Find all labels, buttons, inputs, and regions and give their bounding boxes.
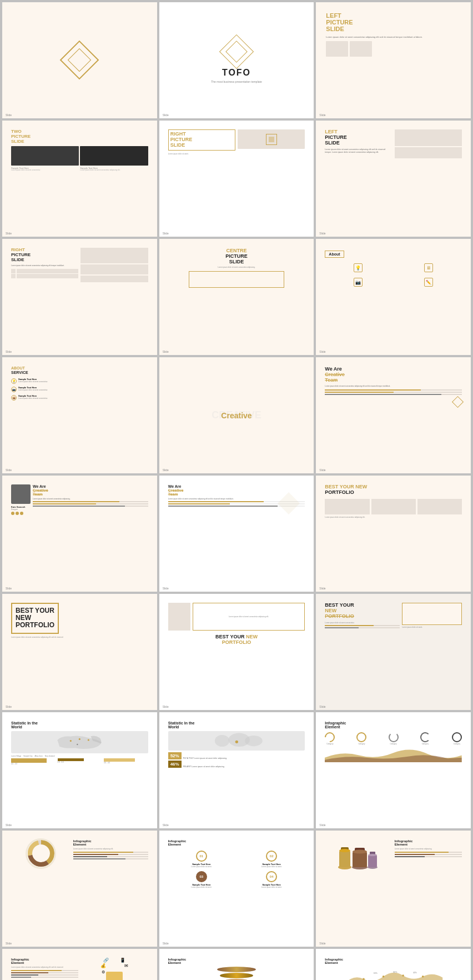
slide-18-best: BEST YOUR xyxy=(325,602,354,608)
svg-point-6 xyxy=(245,736,263,746)
slide-4-label: Slide xyxy=(6,232,12,235)
slide-7-body: Lorem ipsum dolor sit amet consectetur a… xyxy=(11,264,78,267)
svg-rect-18 xyxy=(353,852,367,867)
slide-9-title: About xyxy=(325,251,344,258)
svg-text:60%: 60% xyxy=(374,972,378,974)
svg-point-12 xyxy=(27,839,56,868)
slide-20-title: Statistic In theWorld xyxy=(168,721,305,729)
slide-10: ABOUTSERVICE 💡 Sample Text HereLorem ips… xyxy=(2,357,157,473)
slide-4-body2: Lorem ipsum dolor sit amet consectetur a… xyxy=(80,169,148,172)
slide-24-title: InfographicElement xyxy=(395,839,462,846)
slide-16: BEST YOURNEWPORTFOLIO Lorem ipsum dolor … xyxy=(2,594,157,710)
slide-12-creative: Creative xyxy=(325,372,462,377)
slide-27-title: InfographicElement xyxy=(325,958,462,964)
slide-13-creative: Creative xyxy=(33,488,148,492)
svg-point-27 xyxy=(402,974,405,977)
slide-22: InfographicElement Lorem ipsum dolor sit… xyxy=(2,831,157,947)
slide-13-we-are: We Are xyxy=(33,484,148,488)
slide-4-body1: Lorem ipsum dolor sit amet consectetur. xyxy=(11,169,79,172)
svg-point-25 xyxy=(363,978,365,980)
slide-12-team: Team xyxy=(325,377,462,383)
slide-7: RIGHT PICTURESLIDE Lorem ipsum dolor sit… xyxy=(2,239,157,355)
slide-21: InfographicElement Category Category Cat… xyxy=(316,712,471,828)
slide-11: CREATIVE Creative Slide xyxy=(159,357,314,473)
slides-grid: Slide TOFO The most business presentatio… xyxy=(0,0,473,980)
slide-5-title: RIGHTPICTURESLIDE xyxy=(168,129,235,151)
slide-19-title: Statistic In theWorld xyxy=(11,721,148,729)
slide-13-team: Team xyxy=(33,492,148,496)
slide-14: We Are Creative Team Lorem ipsum dolor s… xyxy=(159,476,314,592)
slide-5: RIGHTPICTURESLIDE Lorem ipsum dolor sit … xyxy=(159,121,314,237)
slide-2: TOFO The most business presentation temp… xyxy=(159,2,314,118)
svg-point-26 xyxy=(383,976,385,978)
slide-20-pct2: 46% xyxy=(168,761,182,768)
svg-rect-14 xyxy=(339,851,350,867)
slide-12-we-are: We Are xyxy=(325,366,462,372)
slide-12: We Are Creative Team Lorem ipsum dolor s… xyxy=(316,357,471,473)
slide-18-new: NEW xyxy=(325,608,336,613)
slide-17-title: BEST YOUR NEW PORTFOLIO xyxy=(215,634,258,645)
svg-text:40%: 40% xyxy=(413,972,417,974)
slide-19-label: Slide xyxy=(6,823,12,827)
slide-20-pct1: 52% xyxy=(168,752,182,759)
slide-17-label: Slide xyxy=(163,705,169,708)
slide-23-title: InfographicElement xyxy=(168,839,305,846)
slide-8-title-orange: CENTRE xyxy=(226,248,246,253)
slide-18: BEST YOUR NEW PORTFOLIO Lorem ipsum dolo… xyxy=(316,594,471,710)
slide-22-title: InfographicElement xyxy=(73,839,148,846)
slide-17: Lorem ipsum dolor sit amet consectetur a… xyxy=(159,594,314,710)
slide-1: Slide xyxy=(2,2,157,118)
slide-15: BEST YOUR NEW PORTFOLIO Lorem ipsum dolo… xyxy=(316,476,471,592)
slide-8-label: Slide xyxy=(163,350,169,353)
slide-20: Statistic In theWorld 52% PLF A TOLT Lor… xyxy=(159,712,314,828)
main-subtitle: The most business presentation template xyxy=(211,80,261,83)
slide-25: InfographicElement Lorem ipsum dolor sit… xyxy=(2,949,157,980)
slide-3-label: Slide xyxy=(319,113,325,117)
slide-8: CENTRE PICTURESLIDE Lorem ipsum dolor si… xyxy=(159,239,314,355)
slide-9: About 💡 🖥 📷 ✏️ Slide xyxy=(316,239,471,355)
slide-7-label: Slide xyxy=(6,350,12,353)
slide-1-label: Slide xyxy=(6,113,12,117)
slide-14-label: Slide xyxy=(163,587,169,590)
slide-11-label: Slide xyxy=(163,468,169,472)
slide-20-label: Slide xyxy=(163,823,169,827)
slide-23-label: Slide xyxy=(163,942,169,945)
slide-4-title: TWOPICTURESLIDE xyxy=(11,129,148,144)
slide-24: InfographicElement Lorem ipsum dolor sit… xyxy=(316,831,471,947)
slide-21-label: Slide xyxy=(319,823,325,827)
slide-14-we-are: We Are xyxy=(168,484,305,488)
svg-point-16 xyxy=(339,849,350,852)
slide-4: TWOPICTURESLIDE Sample Text Here Lorem i… xyxy=(2,121,157,237)
slide-19: Statistic In theWorld Lorem Village Samp… xyxy=(2,712,157,828)
slide-16-title: BEST YOURNEWPORTFOLIO xyxy=(16,607,54,629)
slide-3: LEFTPICTURESLIDE Lorem ipsum dolor sit a… xyxy=(316,2,471,118)
slide-21-title: InfographicElement xyxy=(325,721,462,729)
slide-5-label: Slide xyxy=(163,232,169,235)
slide-6: LEFT PICTURESLIDE Lorem ipsum dolor sit … xyxy=(316,121,471,237)
slide-15-portfolio: PORTFOLIO xyxy=(325,490,462,496)
slide-3-title: LEFTPICTURESLIDE xyxy=(326,12,461,32)
svg-point-4 xyxy=(215,735,229,747)
slide-18-portfolio: PORTFOLIO xyxy=(325,613,354,619)
svg-point-7 xyxy=(235,741,238,743)
slide-2-label: Slide xyxy=(163,113,169,117)
slide-27: InfographicElement Title Here 60% 80% xyxy=(316,949,471,980)
slide-3-body: Lorem ipsum dolor sit amet consectetur a… xyxy=(326,36,461,39)
slide-22-label: Slide xyxy=(6,942,12,945)
slide-13: Kate Samosh Designer We Are Creative Tea… xyxy=(2,476,157,592)
slide-10-title: ABOUTSERVICE xyxy=(11,366,148,376)
slide-15-label: Slide xyxy=(319,587,325,590)
slide-23: InfographicElement 01 Sample Text Here L… xyxy=(159,831,314,947)
slide-12-label: Slide xyxy=(319,468,325,472)
slide-7-title-dark: PICTURESLIDE xyxy=(11,253,78,263)
svg-point-28 xyxy=(422,976,424,978)
svg-point-0 xyxy=(70,740,72,742)
slide-8-title-dark: PICTURESLIDE xyxy=(225,253,248,264)
svg-text:80%: 80% xyxy=(394,971,398,973)
slide-6-body: Lorem ipsum dolor sit amet consectetur a… xyxy=(325,148,392,154)
slide-9-label: Slide xyxy=(319,350,325,353)
slide-25-title: InfographicElement xyxy=(11,958,78,964)
slide-10-label: Slide xyxy=(6,468,12,472)
slide-12-body: Lorem ipsum dolor sit amet consectetur a… xyxy=(325,385,462,388)
slide-6-title-dark: PICTURESLIDE xyxy=(325,135,392,146)
